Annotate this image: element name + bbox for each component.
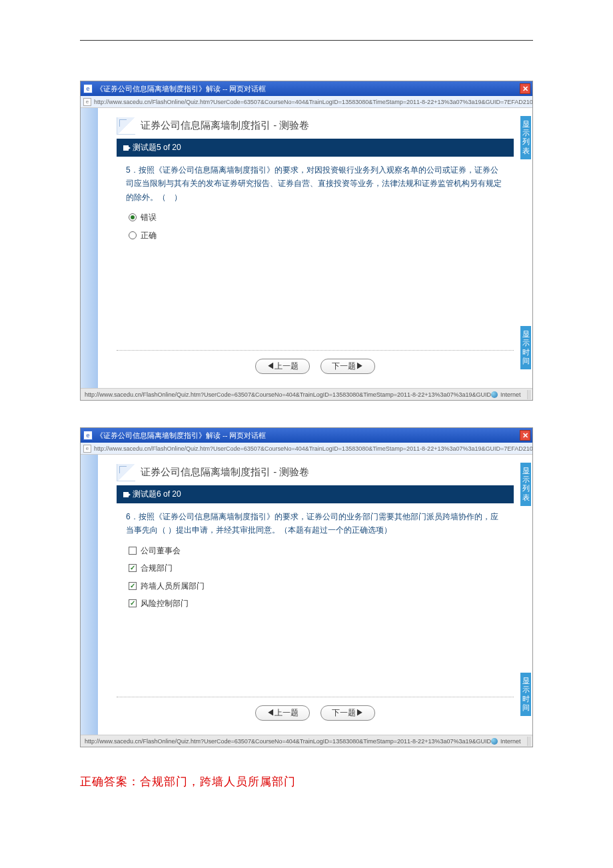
window-titlebar: e 《证券公司信息隔离墙制度指引》解读 -- 网页对话框 ✕ — [81, 81, 532, 96]
url-text: http://www.sacedu.cn/FlashOnline/Quiz.ht… — [94, 99, 532, 105]
screenshot-q6: e 《证券公司信息隔离墙制度指引》解读 -- 网页对话框 ✕ e http://… — [80, 427, 533, 747]
nav-buttons: ◀上一题 下一题▶ — [117, 703, 514, 727]
left-gutter — [81, 108, 98, 388]
corner-decoration — [117, 117, 135, 135]
quiz-title-wrap: 证券公司信息隔离墙制度指引 - 测验卷 — [117, 117, 514, 135]
content-area: 显示列表 显示时间 证券公司信息隔离墙制度指引 - 测验卷 测试题6 of 20… — [81, 455, 532, 735]
horizontal-rule — [80, 40, 533, 41]
option-c[interactable]: ✓ 跨墙人员所属部门 — [129, 579, 504, 593]
radio-unchecked-icon[interactable] — [129, 231, 137, 239]
question-header: 测试题6 of 20 — [117, 485, 514, 503]
option-right[interactable]: 正确 — [129, 229, 504, 242]
quiz-title-wrap: 证券公司信息隔离墙制度指引 - 测验卷 — [117, 464, 514, 481]
resize-grip — [527, 737, 532, 746]
question-body: 5．按照《证券公司信息隔离墙制度指引》的要求，对因投资银行业务列入观察名单的公司… — [117, 157, 514, 253]
content-area: 显示列表 显示时间 证券公司信息隔离墙制度指引 - 测验卷 测试题5 of 20… — [81, 108, 532, 388]
option-label: 正确 — [141, 229, 157, 242]
option-b[interactable]: ✓ 合规部门 — [129, 561, 504, 575]
screenshot-q5: e 《证券公司信息隔离墙制度指引》解读 -- 网页对话框 ✕ e http://… — [80, 81, 533, 401]
separator — [117, 697, 514, 697]
status-bar: http://www.sacedu.cn/FlashOnline/Quiz.ht… — [81, 735, 532, 747]
app-icon: e — [83, 431, 93, 440]
quiz-title: 证券公司信息隔离墙制度指引 - 测验卷 — [141, 119, 309, 135]
question-text: 6．按照《证券公司信息隔离墙制度指引》的要求，证券公司的业务部门需要其他部门派员… — [126, 510, 504, 537]
side-tab-time[interactable]: 显示时间 — [520, 673, 531, 716]
side-tab-list[interactable]: 显示列表 — [520, 116, 531, 159]
status-url: http://www.sacedu.cn/FlashOnline/Quiz.ht… — [85, 738, 491, 745]
zone-text: Internet — [500, 738, 521, 745]
arrow-icon — [123, 145, 129, 151]
close-icon[interactable]: ✕ — [520, 83, 530, 94]
option-label: 合规部门 — [141, 561, 173, 575]
document-page: e 《证券公司信息隔离墙制度指引》解读 -- 网页对话框 ✕ e http://… — [0, 0, 613, 816]
question-header: 测试题5 of 20 — [117, 139, 514, 157]
option-label: 风险控制部门 — [141, 597, 189, 610]
globe-icon — [491, 738, 498, 745]
address-bar: e http://www.sacedu.cn/FlashOnline/Quiz.… — [81, 96, 532, 108]
question-counter: 测试题5 of 20 — [133, 142, 181, 153]
side-tab-list[interactable]: 显示列表 — [520, 463, 531, 506]
separator — [117, 350, 514, 351]
checkbox-checked-icon[interactable]: ✓ — [129, 582, 137, 590]
options-group: 错误 正确 — [126, 211, 504, 242]
zone-text: Internet — [500, 391, 521, 398]
prev-button[interactable]: ◀上一题 — [255, 359, 310, 374]
nav-buttons: ◀上一题 下一题▶ — [117, 356, 514, 381]
option-wrong[interactable]: 错误 — [129, 211, 504, 224]
window-title: 《证券公司信息隔离墙制度指引》解读 -- 网页对话框 — [96, 84, 266, 94]
status-zone: Internet — [491, 737, 532, 746]
page-icon: e — [83, 98, 91, 106]
checkbox-unchecked-icon[interactable] — [129, 547, 137, 555]
options-group: 公司董事会 ✓ 合规部门 ✓ 跨墙人员所属部门 ✓ — [126, 544, 504, 611]
checkbox-checked-icon[interactable]: ✓ — [129, 564, 137, 572]
checkbox-checked-icon[interactable]: ✓ — [129, 599, 137, 607]
main-panel: 显示列表 显示时间 证券公司信息隔离墙制度指引 - 测验卷 测试题6 of 20… — [98, 455, 532, 735]
next-button[interactable]: 下一题▶ — [320, 705, 375, 721]
next-button[interactable]: 下一题▶ — [320, 359, 375, 374]
window-title: 《证券公司信息隔离墙制度指引》解读 -- 网页对话框 — [96, 431, 266, 441]
app-icon: e — [83, 84, 93, 93]
option-a[interactable]: 公司董事会 — [129, 544, 504, 557]
left-gutter — [81, 455, 98, 735]
main-panel: 显示列表 显示时间 证券公司信息隔离墙制度指引 - 测验卷 测试题5 of 20… — [98, 108, 532, 388]
radio-checked-icon[interactable] — [129, 213, 137, 221]
option-label: 公司董事会 — [141, 544, 181, 557]
side-tab-time[interactable]: 显示时间 — [520, 326, 531, 369]
status-zone: Internet — [491, 390, 532, 399]
close-icon[interactable]: ✕ — [520, 430, 530, 441]
option-label: 跨墙人员所属部门 — [141, 579, 205, 593]
option-label: 错误 — [141, 211, 157, 224]
globe-icon — [491, 391, 498, 398]
correct-answer: 正确答案：合规部门，跨墙人员所属部门 — [80, 774, 533, 789]
question-counter: 测试题6 of 20 — [133, 489, 181, 500]
arrow-icon — [123, 492, 129, 497]
option-d[interactable]: ✓ 风险控制部门 — [129, 597, 504, 610]
window-titlebar: e 《证券公司信息隔离墙制度指引》解读 -- 网页对话框 ✕ — [81, 428, 532, 443]
url-text: http://www.sacedu.cn/FlashOnline/Quiz.ht… — [94, 445, 532, 452]
address-bar: e http://www.sacedu.cn/FlashOnline/Quiz.… — [81, 443, 532, 455]
question-body: 6．按照《证券公司信息隔离墙制度指引》的要求，证券公司的业务部门需要其他部门派员… — [117, 503, 514, 621]
corner-decoration — [117, 464, 135, 481]
prev-button[interactable]: ◀上一题 — [255, 705, 310, 721]
resize-grip — [527, 390, 532, 399]
quiz-title: 证券公司信息隔离墙制度指引 - 测验卷 — [141, 466, 309, 481]
question-text: 5．按照《证券公司信息隔离墙制度指引》的要求，对因投资银行业务列入观察名单的公司… — [126, 163, 504, 204]
status-bar: http://www.sacedu.cn/FlashOnline/Quiz.ht… — [81, 388, 532, 400]
page-icon: e — [83, 445, 91, 453]
status-url: http://www.sacedu.cn/FlashOnline/Quiz.ht… — [85, 391, 491, 398]
